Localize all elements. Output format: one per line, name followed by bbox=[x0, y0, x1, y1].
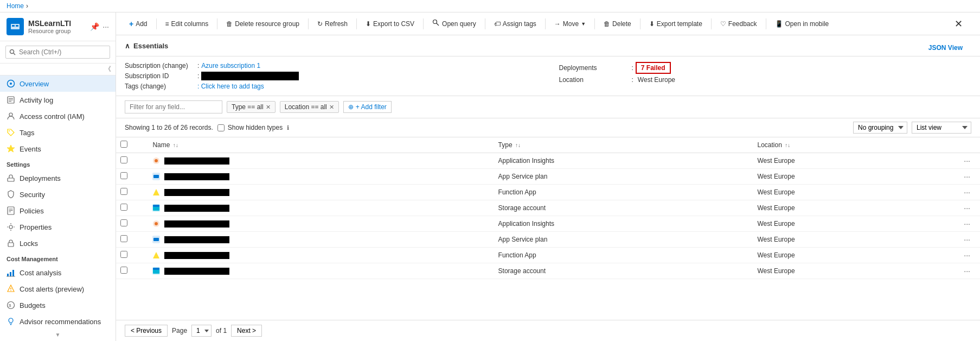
open-query-icon bbox=[432, 19, 440, 28]
subscription-value[interactable]: Azure subscription 1 bbox=[201, 62, 260, 70]
resource-name[interactable] bbox=[164, 268, 229, 275]
row-more-button[interactable]: ··· bbox=[960, 203, 973, 213]
row-type-cell: Application Insights bbox=[492, 216, 751, 232]
row-checkbox[interactable] bbox=[120, 188, 127, 195]
edit-columns-button[interactable]: ≡ Edit columns bbox=[161, 18, 213, 30]
location-sort-icon[interactable]: ↑↓ bbox=[785, 142, 790, 148]
resource-type-icon bbox=[152, 220, 160, 228]
export-csv-button[interactable]: ⬇ Export to CSV bbox=[361, 18, 419, 30]
add-button[interactable]: + Add bbox=[125, 17, 152, 30]
sidebar-item-cost-alerts[interactable]: Cost alerts (preview) bbox=[0, 281, 116, 297]
sidebar-item-budgets[interactable]: $ Budgets bbox=[0, 297, 116, 313]
separator-11 bbox=[766, 18, 766, 29]
resource-name[interactable] bbox=[164, 189, 229, 196]
location-label: Location bbox=[559, 76, 630, 84]
sidebar-item-policies[interactable]: Policies bbox=[0, 203, 116, 219]
filter-input[interactable] bbox=[125, 100, 222, 113]
mobile-icon: 📱 bbox=[775, 20, 783, 28]
edit-columns-icon: ≡ bbox=[165, 20, 169, 28]
separator-1 bbox=[156, 18, 157, 29]
svg-rect-12 bbox=[8, 178, 14, 181]
show-hidden-checkbox[interactable] bbox=[217, 124, 225, 131]
sidebar-item-properties[interactable]: Properties bbox=[0, 219, 116, 235]
row-more-button[interactable]: ··· bbox=[960, 266, 973, 276]
sidebar-item-security[interactable]: Security bbox=[0, 186, 116, 203]
type-filter-remove[interactable]: ✕ bbox=[266, 104, 271, 111]
feedback-button[interactable]: ♡ Feedback bbox=[716, 18, 761, 30]
search-input[interactable] bbox=[5, 46, 110, 59]
row-more-button[interactable]: ··· bbox=[960, 218, 973, 229]
close-button[interactable]: ✕ bbox=[946, 18, 971, 30]
separator-10 bbox=[711, 18, 712, 29]
overview-label: Overview bbox=[20, 80, 49, 88]
collapse-sidebar-icon[interactable]: 《 bbox=[105, 65, 111, 74]
row-more-button[interactable]: ··· bbox=[960, 234, 973, 245]
row-checkbox-cell bbox=[116, 169, 146, 185]
name-sort-icon[interactable]: ↑↓ bbox=[173, 142, 178, 148]
add-filter-button[interactable]: ⊕ + Add filter bbox=[343, 101, 392, 113]
breadcrumb: Home › bbox=[0, 0, 980, 12]
deployments-value-box[interactable]: 7 Failed bbox=[636, 62, 671, 74]
previous-button[interactable]: < Previous bbox=[125, 325, 168, 337]
resource-type: App Service plan bbox=[498, 173, 548, 180]
sidebar-scroll-down[interactable]: ▼ bbox=[0, 330, 116, 340]
resource-name[interactable] bbox=[164, 220, 229, 228]
row-more-button[interactable]: ··· bbox=[960, 171, 973, 182]
essentials-right: Deployments : 7 Failed Location : West E… bbox=[537, 61, 972, 91]
row-checkbox[interactable] bbox=[120, 235, 127, 242]
assign-tags-button[interactable]: 🏷 Assign tags bbox=[490, 18, 541, 30]
sidebar-item-advisor[interactable]: Advisor recommendations bbox=[0, 313, 116, 330]
row-checkbox[interactable] bbox=[120, 267, 127, 274]
resource-name[interactable] bbox=[164, 205, 229, 212]
select-all-checkbox[interactable] bbox=[120, 141, 127, 148]
page-select[interactable]: 1 bbox=[191, 325, 212, 337]
location-column-header[interactable]: Location ↑↓ bbox=[751, 137, 924, 153]
sidebar-item-locks[interactable]: Locks bbox=[0, 235, 116, 251]
json-view-link[interactable]: JSON View bbox=[928, 40, 971, 52]
delete-group-button[interactable]: 🗑 Delete resource group bbox=[222, 18, 304, 30]
row-checkbox[interactable] bbox=[120, 204, 127, 211]
name-column-header[interactable]: Name ↑↓ bbox=[146, 137, 491, 153]
row-checkbox[interactable] bbox=[120, 172, 127, 179]
type-column-header[interactable]: Type ↑↓ bbox=[492, 137, 751, 153]
row-checkbox[interactable] bbox=[120, 156, 127, 163]
delete-button[interactable]: 🗑 Delete bbox=[599, 18, 636, 30]
grouping-select[interactable]: No grouping By type By location bbox=[853, 122, 907, 134]
deployments-value: 7 Failed bbox=[641, 64, 665, 72]
sidebar-item-deployments[interactable]: Deployments bbox=[0, 170, 116, 186]
show-hidden-label[interactable]: Show hidden types ℹ bbox=[217, 124, 289, 131]
essentials-title: Essentials bbox=[133, 42, 168, 50]
breadcrumb-home[interactable]: Home bbox=[7, 2, 24, 10]
row-checkbox[interactable] bbox=[120, 251, 127, 258]
tags-value[interactable]: : Click here to add tags bbox=[197, 83, 264, 90]
sidebar-item-overview[interactable]: Overview bbox=[0, 75, 116, 92]
essentials-collapse-icon[interactable]: ∧ bbox=[125, 42, 130, 50]
sidebar-item-tags[interactable]: Tags bbox=[0, 124, 116, 141]
sidebar-item-activity-log[interactable]: Activity log bbox=[0, 92, 116, 108]
row-more-button[interactable]: ··· bbox=[960, 155, 973, 166]
row-more-button[interactable]: ··· bbox=[960, 187, 973, 198]
type-sort-icon[interactable]: ↑↓ bbox=[515, 142, 521, 148]
resource-name[interactable] bbox=[164, 236, 229, 243]
sidebar-item-cost-analysis[interactable]: Cost analysis bbox=[0, 264, 116, 281]
pin-icon[interactable]: 📌 bbox=[90, 22, 99, 31]
resource-name[interactable] bbox=[164, 157, 229, 165]
export-template-button[interactable]: ⬇ Export template bbox=[645, 18, 707, 30]
sidebar-item-access-control[interactable]: Access control (IAM) bbox=[0, 108, 116, 124]
view-select[interactable]: List view Compact view bbox=[912, 122, 971, 134]
activity-log-label: Activity log bbox=[20, 96, 53, 104]
next-button[interactable]: Next > bbox=[231, 325, 262, 337]
resource-name[interactable] bbox=[164, 252, 229, 259]
svg-point-17 bbox=[9, 225, 12, 229]
more-icon[interactable]: ··· bbox=[103, 22, 109, 31]
resource-name[interactable] bbox=[164, 173, 229, 180]
open-query-button[interactable]: Open query bbox=[428, 17, 481, 30]
row-checkbox[interactable] bbox=[120, 219, 127, 226]
sidebar-item-events[interactable]: Events bbox=[0, 141, 116, 157]
location-filter-remove[interactable]: ✕ bbox=[329, 104, 334, 111]
open-mobile-button[interactable]: 📱 Open in mobile bbox=[771, 18, 834, 30]
refresh-button[interactable]: ↻ Refresh bbox=[313, 18, 352, 30]
tags-icon bbox=[7, 128, 15, 137]
move-button[interactable]: → Move ▼ bbox=[550, 18, 590, 30]
row-more-button[interactable]: ··· bbox=[960, 250, 973, 261]
